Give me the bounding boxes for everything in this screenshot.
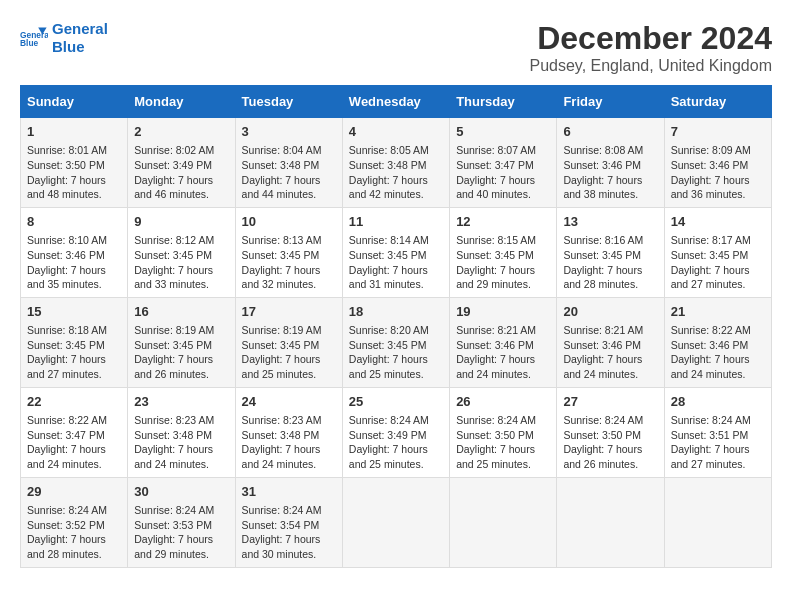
day-cell: 21Sunrise: 8:22 AMSunset: 3:46 PMDayligh… [664, 297, 771, 387]
header-cell-friday: Friday [557, 86, 664, 118]
day-cell: 5Sunrise: 8:07 AMSunset: 3:47 PMDaylight… [450, 118, 557, 208]
header-cell-sunday: Sunday [21, 86, 128, 118]
svg-text:Blue: Blue [20, 38, 38, 48]
day-number: 2 [134, 123, 228, 141]
day-cell: 8Sunrise: 8:10 AMSunset: 3:46 PMDaylight… [21, 207, 128, 297]
day-cell: 19Sunrise: 8:21 AMSunset: 3:46 PMDayligh… [450, 297, 557, 387]
day-number: 4 [349, 123, 443, 141]
day-cell: 12Sunrise: 8:15 AMSunset: 3:45 PMDayligh… [450, 207, 557, 297]
day-cell: 15Sunrise: 8:18 AMSunset: 3:45 PMDayligh… [21, 297, 128, 387]
day-cell: 18Sunrise: 8:20 AMSunset: 3:45 PMDayligh… [342, 297, 449, 387]
header-cell-thursday: Thursday [450, 86, 557, 118]
day-number: 18 [349, 303, 443, 321]
day-cell: 20Sunrise: 8:21 AMSunset: 3:46 PMDayligh… [557, 297, 664, 387]
day-number: 17 [242, 303, 336, 321]
header-cell-monday: Monday [128, 86, 235, 118]
day-number: 1 [27, 123, 121, 141]
day-cell: 25Sunrise: 8:24 AMSunset: 3:49 PMDayligh… [342, 387, 449, 477]
day-number: 6 [563, 123, 657, 141]
day-cell: 30Sunrise: 8:24 AMSunset: 3:53 PMDayligh… [128, 477, 235, 567]
day-number: 27 [563, 393, 657, 411]
day-cell: 29Sunrise: 8:24 AMSunset: 3:52 PMDayligh… [21, 477, 128, 567]
day-number: 23 [134, 393, 228, 411]
day-cell: 28Sunrise: 8:24 AMSunset: 3:51 PMDayligh… [664, 387, 771, 477]
day-cell [342, 477, 449, 567]
day-cell: 17Sunrise: 8:19 AMSunset: 3:45 PMDayligh… [235, 297, 342, 387]
day-number: 12 [456, 213, 550, 231]
day-cell: 10Sunrise: 8:13 AMSunset: 3:45 PMDayligh… [235, 207, 342, 297]
day-cell: 27Sunrise: 8:24 AMSunset: 3:50 PMDayligh… [557, 387, 664, 477]
day-cell: 11Sunrise: 8:14 AMSunset: 3:45 PMDayligh… [342, 207, 449, 297]
day-cell: 13Sunrise: 8:16 AMSunset: 3:45 PMDayligh… [557, 207, 664, 297]
calendar-body: 1Sunrise: 8:01 AMSunset: 3:50 PMDaylight… [21, 118, 772, 568]
day-cell: 31Sunrise: 8:24 AMSunset: 3:54 PMDayligh… [235, 477, 342, 567]
day-number: 19 [456, 303, 550, 321]
day-cell: 14Sunrise: 8:17 AMSunset: 3:45 PMDayligh… [664, 207, 771, 297]
week-row-1: 1Sunrise: 8:01 AMSunset: 3:50 PMDaylight… [21, 118, 772, 208]
day-cell: 26Sunrise: 8:24 AMSunset: 3:50 PMDayligh… [450, 387, 557, 477]
day-number: 20 [563, 303, 657, 321]
day-cell: 23Sunrise: 8:23 AMSunset: 3:48 PMDayligh… [128, 387, 235, 477]
day-number: 3 [242, 123, 336, 141]
week-row-5: 29Sunrise: 8:24 AMSunset: 3:52 PMDayligh… [21, 477, 772, 567]
calendar-header: SundayMondayTuesdayWednesdayThursdayFrid… [21, 86, 772, 118]
day-number: 9 [134, 213, 228, 231]
day-cell: 16Sunrise: 8:19 AMSunset: 3:45 PMDayligh… [128, 297, 235, 387]
header-cell-saturday: Saturday [664, 86, 771, 118]
day-cell: 9Sunrise: 8:12 AMSunset: 3:45 PMDaylight… [128, 207, 235, 297]
day-cell: 22Sunrise: 8:22 AMSunset: 3:47 PMDayligh… [21, 387, 128, 477]
day-number: 14 [671, 213, 765, 231]
day-cell: 6Sunrise: 8:08 AMSunset: 3:46 PMDaylight… [557, 118, 664, 208]
day-number: 31 [242, 483, 336, 501]
logo-text-line1: General [52, 20, 108, 38]
day-cell [557, 477, 664, 567]
week-row-2: 8Sunrise: 8:10 AMSunset: 3:46 PMDaylight… [21, 207, 772, 297]
week-row-3: 15Sunrise: 8:18 AMSunset: 3:45 PMDayligh… [21, 297, 772, 387]
day-number: 10 [242, 213, 336, 231]
day-number: 26 [456, 393, 550, 411]
week-row-4: 22Sunrise: 8:22 AMSunset: 3:47 PMDayligh… [21, 387, 772, 477]
title-block: December 2024 Pudsey, England, United Ki… [529, 20, 772, 75]
page-title: December 2024 [529, 20, 772, 57]
day-number: 21 [671, 303, 765, 321]
day-number: 16 [134, 303, 228, 321]
day-number: 8 [27, 213, 121, 231]
page-subtitle: Pudsey, England, United Kingdom [529, 57, 772, 75]
logo-text-line2: Blue [52, 38, 108, 56]
day-cell [450, 477, 557, 567]
day-number: 22 [27, 393, 121, 411]
day-number: 7 [671, 123, 765, 141]
day-number: 11 [349, 213, 443, 231]
day-cell: 24Sunrise: 8:23 AMSunset: 3:48 PMDayligh… [235, 387, 342, 477]
day-number: 28 [671, 393, 765, 411]
day-number: 13 [563, 213, 657, 231]
calendar-table: SundayMondayTuesdayWednesdayThursdayFrid… [20, 85, 772, 568]
day-number: 15 [27, 303, 121, 321]
header-cell-tuesday: Tuesday [235, 86, 342, 118]
day-cell [664, 477, 771, 567]
day-cell: 4Sunrise: 8:05 AMSunset: 3:48 PMDaylight… [342, 118, 449, 208]
day-number: 29 [27, 483, 121, 501]
day-number: 30 [134, 483, 228, 501]
day-cell: 3Sunrise: 8:04 AMSunset: 3:48 PMDaylight… [235, 118, 342, 208]
logo: General Blue General Blue [20, 20, 108, 56]
day-cell: 7Sunrise: 8:09 AMSunset: 3:46 PMDaylight… [664, 118, 771, 208]
header-cell-wednesday: Wednesday [342, 86, 449, 118]
header-row: SundayMondayTuesdayWednesdayThursdayFrid… [21, 86, 772, 118]
page-header: General Blue General Blue December 2024 … [20, 20, 772, 75]
day-cell: 1Sunrise: 8:01 AMSunset: 3:50 PMDaylight… [21, 118, 128, 208]
day-number: 24 [242, 393, 336, 411]
day-number: 5 [456, 123, 550, 141]
logo-icon: General Blue [20, 24, 48, 52]
day-cell: 2Sunrise: 8:02 AMSunset: 3:49 PMDaylight… [128, 118, 235, 208]
day-number: 25 [349, 393, 443, 411]
